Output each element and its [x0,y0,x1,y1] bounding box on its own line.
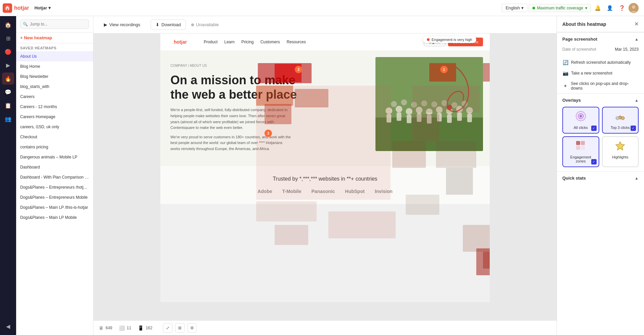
svg-point-27 [431,101,437,107]
heatmap-list-item[interactable]: contains pricing [16,142,93,152]
overlays-section-header[interactable]: Overlays ▲ [557,94,644,105]
play-icon: ▶ [104,22,107,27]
heatmap-list-item[interactable]: Dogs&Planes – Entrepreneurs Mobile [16,192,93,202]
hotjar-logo[interactable]: hotjar [3,3,29,13]
svg-text:2: 2 [617,117,618,119]
quick-stats-chevron-icon: ▲ [635,176,639,181]
heatmap-list: About UsBlog HomeBlog Newsletterblog_sta… [16,51,93,335]
overlay-checkbox[interactable]: ✓ [591,159,597,164]
heatmap-list-item[interactable]: Dogs&Planes – Entrepreneurs /hotjar-x-en… [16,182,93,192]
unavailable-dot-icon [191,23,194,26]
heat-cell [483,252,490,269]
take-screenshot-label: Take a new screenshot [571,71,612,76]
overlay-grid: All clicks✓123Top 3 clicks✓Engagement zo… [557,105,644,171]
download-icon: ⬇ [156,22,159,27]
avatar[interactable] [629,3,639,13]
new-heatmap-label: + New heatmap [20,35,52,40]
heatmap-list-item[interactable]: About Us [16,51,93,61]
svg-point-25 [411,102,417,108]
download-button[interactable]: ⬇ Download [151,19,186,30]
nav-home-icon[interactable]: 🏠 [2,19,14,31]
help-button[interactable]: ❓ [616,3,627,13]
users-button[interactable]: 👤 [604,3,615,13]
heatmap-list-item[interactable]: Dashboard - With Plan Comparison (Traffi… [16,172,93,182]
heatmap-list-item[interactable]: Blog Home [16,61,93,71]
svg-point-23 [391,101,397,107]
overlay-checkbox[interactable]: ✓ [631,126,636,131]
new-heatmap-button[interactable]: + New heatmap [16,33,93,43]
svg-point-24 [401,99,407,105]
date-value: Mar 15, 2023 [615,47,639,52]
hero-body: We're a people-first, self-funded, fully… [170,107,291,131]
svg-rect-18 [447,114,452,123]
nav-link-product: Product [204,40,217,44]
nav-team-icon[interactable]: 👥 [2,113,14,125]
heatmap-list-item[interactable]: careers, l15D, uk only [16,122,93,132]
click-badge-1: 1 [440,66,448,73]
canvas-area[interactable]: hotjar Product Learn Pricing Customers R… [93,34,557,320]
heatmap-list-item[interactable]: Careers [16,92,93,102]
overlay-card[interactable]: All clicks✓ [562,107,599,134]
page-screenshot-section[interactable]: Page screenshot ▲ [557,33,644,44]
nav-link-learn: Learn [224,40,235,44]
desktop-stat: 🖥 649 [99,325,112,331]
traffic-selector[interactable]: Maximum traffic coverage ▾ [529,4,591,12]
brand-logo: Adobe [257,189,272,194]
close-button[interactable]: ✕ [634,21,639,27]
refresh-screenshot-item[interactable]: 🔄 Refresh screenshot automatically [557,57,644,68]
logo-text: hotjar [14,5,29,11]
unavailable-button[interactable]: Unavailable [191,22,219,27]
nav-dashboard-icon[interactable]: ⊞ [2,32,14,44]
svg-rect-43 [576,146,580,150]
overlay-card[interactable]: Engagement zones✓ [562,136,599,167]
heatmap-list-item[interactable]: blog_starts_with [16,82,93,92]
global-header: hotjar Hotjar ▾ English ▾ Maximum traffi… [0,0,644,16]
nav-collapse-icon[interactable]: ◀ [2,320,14,332]
brand-logo: HubSpot [345,189,365,194]
nav-survey-icon[interactable]: 📋 [2,99,14,111]
heatmap-list-item[interactable]: Careers Homepage [16,112,93,122]
account-dropdown[interactable]: Hotjar ▾ [32,4,53,12]
nav-alert-icon[interactable]: 🔴 [2,46,14,58]
heatmap-list-item[interactable]: Blog Newsletter [16,71,93,82]
heatmap-list-item[interactable]: Checkout [16,132,93,142]
settings-button[interactable]: ⚙ [187,323,197,333]
svg-point-34 [580,115,582,117]
svg-rect-16 [437,113,442,122]
overlay-card[interactable]: 123Top 3 clicks✓ [602,107,639,134]
heatmap-list-item[interactable]: Dashboard [16,162,93,172]
expand-button[interactable]: ⤢ [163,323,172,333]
nav-recordings-icon[interactable]: ▶ [2,59,14,71]
svg-text:3: 3 [622,117,623,119]
hero-image [375,57,483,151]
nav-feedback-icon[interactable]: 💬 [2,86,14,98]
account-chevron-icon: ▾ [48,5,51,10]
mobile-count: 162 [146,326,152,330]
heatmap-list-item[interactable]: Dogs&Planes – Main LP /this-is-hotjar [16,202,93,212]
heatmap-list-item[interactable]: Dogs&Planes – Main LP Mobile [16,212,93,223]
heatmap-list-item[interactable]: Careers - 12 months [16,102,93,112]
language-selector[interactable]: English ▾ [502,4,527,12]
see-clicks-item[interactable]: ✦ See clicks on pop-ups and drop-downs [557,79,644,93]
notifications-button[interactable]: 🔔 [592,3,603,13]
overlay-card[interactable]: Highlights [602,136,639,167]
nav-heatmap-icon[interactable]: 🔥 [2,73,14,85]
quick-stats-section[interactable]: Quick stats ▲ [557,172,644,183]
overlay-checkbox[interactable]: ✓ [591,126,597,131]
svg-marker-45 [616,142,625,150]
view-recordings-button[interactable]: ▶ View recordings [99,19,145,30]
brand-logo: T-Mobile [282,189,301,194]
date-row: Date of screenshot Mar 15, 2023 [562,46,639,53]
overlay-card-label: Highlights [612,155,628,159]
right-panel-header: About this heatmap ✕ [557,16,644,32]
search-input[interactable] [20,19,89,29]
trusted-text: Trusted by *,***,*** websites in **+ cou… [170,176,480,182]
svg-point-21 [466,107,473,114]
grid-button[interactable]: ⊞ [175,323,185,333]
brand-logos: AdobeT-MobilePanasonicHubSpotInvision [170,189,480,194]
take-screenshot-item[interactable]: 📷 Take a new screenshot [557,68,644,79]
screenshot-chevron-icon: ▲ [635,37,639,42]
refresh-label: Refresh screenshot automatically [571,60,631,65]
heatmap-list-item[interactable]: Dangerous animals – Mobile LP [16,152,93,162]
stats-bar: 🖥 649 ⬜ 11 📱 162 ⤢ ⊞ ⚙ [93,320,557,335]
